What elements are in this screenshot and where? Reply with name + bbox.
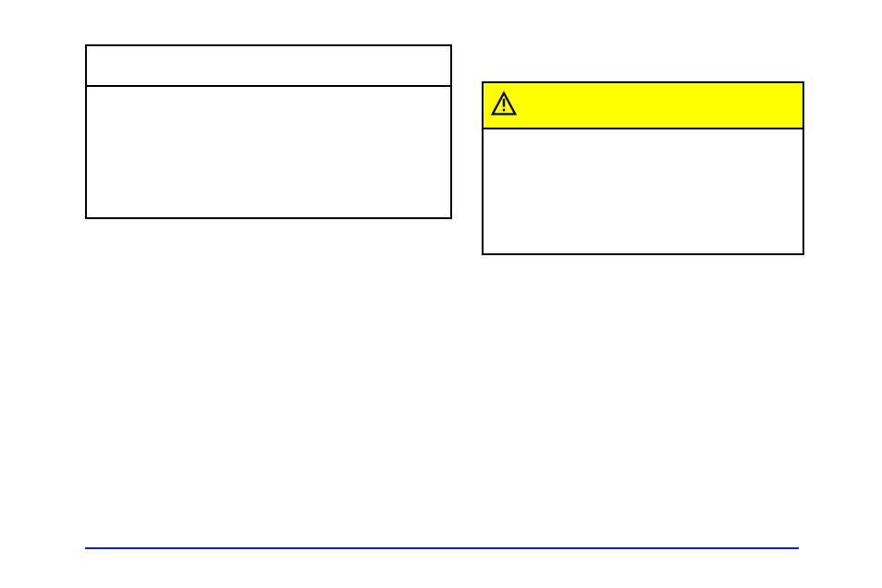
svg-rect-2: [503, 109, 505, 112]
svg-rect-1: [503, 99, 505, 107]
notice-box: [85, 44, 452, 219]
notice-header: [87, 46, 450, 87]
caution-body: [484, 129, 802, 253]
caution-box: [482, 81, 804, 255]
footer-divider: [85, 547, 799, 549]
warning-icon: [491, 91, 517, 120]
notice-body: [87, 87, 450, 105]
caution-header: [484, 83, 802, 129]
